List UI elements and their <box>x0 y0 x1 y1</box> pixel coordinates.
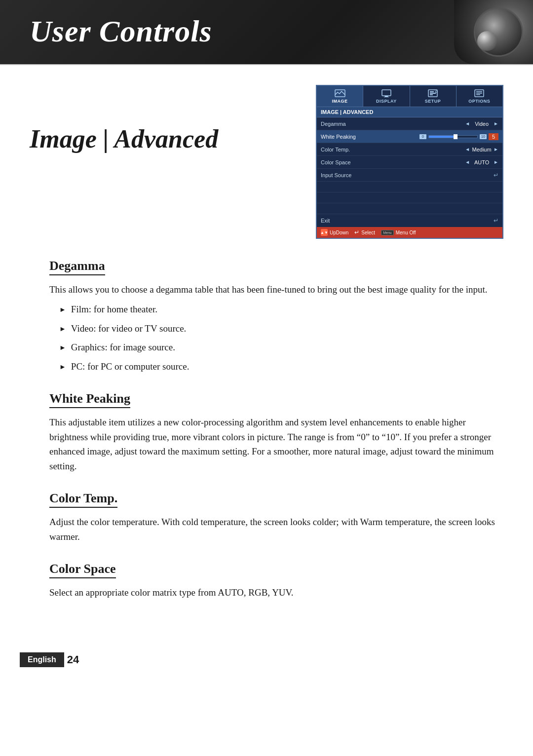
bullet-graphics: ► Graphics: for image source. <box>59 340 503 355</box>
bullet-arrow-video: ► <box>59 324 66 334</box>
section-subtitle: Image | Advanced <box>30 124 237 153</box>
osd-exit-row[interactable]: Exit ↵ <box>317 214 502 227</box>
wp-max-icon: 10 <box>480 134 487 139</box>
bullet-film: ► Film: for home theater. <box>59 302 503 317</box>
color-temp-value: Medium <box>472 147 492 152</box>
osd-tab-display[interactable]: DISPLAY <box>363 86 410 107</box>
lens-decoration <box>454 0 533 64</box>
osd-tab-options[interactable]: OPTIONS <box>457 86 502 107</box>
svg-rect-11 <box>476 93 482 94</box>
page-number: 24 <box>67 653 79 666</box>
svg-rect-6 <box>430 93 436 94</box>
bullet-text-film: Film: for home theater. <box>71 302 157 317</box>
select-label: Select <box>361 230 375 235</box>
select-enter-icon: ↵ <box>354 229 359 236</box>
bullet-text-pc: PC: for PC or computer source. <box>71 360 190 374</box>
language-badge: English <box>20 652 64 667</box>
osd-color-space-label: Color Space <box>321 159 370 165</box>
menu-icon: Menu <box>381 230 394 235</box>
color-space-arrow-right: ► <box>494 159 498 165</box>
display-tab-icon <box>381 89 392 98</box>
osd-footer-menu-off: Menu Menu Off <box>381 230 416 235</box>
osd-empty-row-2 <box>317 192 502 203</box>
svg-rect-5 <box>430 91 434 92</box>
svg-rect-10 <box>476 91 482 92</box>
degamma-section: Degamma This allows you to choose a dega… <box>30 259 503 374</box>
svg-rect-1 <box>382 90 391 96</box>
options-tab-label: OPTIONS <box>468 99 490 104</box>
degamma-arrow-left: ◄ <box>465 121 470 126</box>
osd-slider-fill <box>429 136 456 138</box>
osd-row-color-space[interactable]: Color Space ◄ AUTO ► <box>317 156 502 169</box>
degamma-heading: Degamma <box>49 259 105 275</box>
osd-row-input-source[interactable]: Input Source ↵ <box>317 169 502 182</box>
color-space-text: Select an appropriate color matrix type … <box>49 585 503 600</box>
osd-footer: ▲▼ UpDown ↵ Select Menu Menu Off <box>317 227 502 238</box>
osd-color-temp-control: ◄ Medium ► <box>370 147 498 152</box>
osd-exit-label: Exit <box>321 218 370 224</box>
osd-color-temp-label: Color Temp. <box>321 147 370 152</box>
osd-row-degamma[interactable]: Degamma ◄ Video ► <box>317 117 502 130</box>
osd-input-source-label: Input Source <box>321 172 370 178</box>
setup-tab-label: SETUP <box>425 99 441 104</box>
svg-rect-12 <box>476 94 480 95</box>
degamma-arrow-right: ► <box>494 121 498 126</box>
osd-menu: IMAGE DISPLAY <box>316 85 503 239</box>
lens-inner <box>474 7 523 57</box>
display-tab-label: DISPLAY <box>376 99 397 104</box>
color-space-heading: Color Space <box>49 562 116 578</box>
white-peaking-section: White Peaking This adjustable item utili… <box>30 391 503 473</box>
color-temp-arrow-right: ► <box>494 147 498 152</box>
bullet-arrow-film: ► <box>59 304 66 315</box>
osd-tab-setup[interactable]: SETUP <box>410 86 457 107</box>
osd-tabs: IMAGE DISPLAY <box>317 86 502 107</box>
image-tab-icon <box>334 89 346 98</box>
svg-rect-3 <box>384 97 389 97</box>
lens-center <box>477 31 497 51</box>
degamma-bullets: ► Film: for home theater. ► Video: for v… <box>59 302 503 374</box>
page-title: User Controls <box>30 14 212 49</box>
svg-rect-2 <box>385 96 388 97</box>
osd-submenu-title: IMAGE | ADVANCED <box>317 107 502 117</box>
white-peaking-text: This adjustable item utilizes a new colo… <box>49 415 503 473</box>
color-temp-arrow-left: ◄ <box>465 147 470 152</box>
bullet-pc: ► PC: for PC or computer source. <box>59 360 503 374</box>
bullet-text-graphics: Graphics: for image source. <box>71 340 175 355</box>
osd-slider-thumb <box>454 134 457 139</box>
color-temp-section: Color Temp. Adjust the color temperature… <box>30 491 503 544</box>
osd-empty-row-3 <box>317 203 502 214</box>
bullet-video: ► Video: for video or TV source. <box>59 322 503 336</box>
color-temp-heading: Color Temp. <box>49 491 117 508</box>
color-space-section: Color Space Select an appropriate color … <box>30 562 503 600</box>
options-tab-icon <box>473 89 485 98</box>
osd-footer-select: ↵ Select <box>354 229 375 236</box>
osd-tab-image[interactable]: IMAGE <box>317 86 363 107</box>
osd-slider[interactable] <box>428 135 478 138</box>
osd-empty-row-1 <box>317 182 502 192</box>
white-peaking-value: 5 <box>489 133 498 140</box>
degamma-value: Video <box>472 121 492 127</box>
main-content: Image | Advanced IMAGE <box>0 65 533 677</box>
wp-min-icon: 0 <box>419 134 426 139</box>
osd-row-white-peaking[interactable]: White Peaking 0 10 5 <box>317 130 502 143</box>
bullet-arrow-graphics: ► <box>59 342 66 353</box>
osd-row-color-temp[interactable]: Color Temp. ◄ Medium ► <box>317 143 502 156</box>
updown-icon: ▲▼ <box>321 229 328 236</box>
page-footer: English 24 <box>0 652 533 667</box>
menu-off-label: Menu Off <box>396 230 416 235</box>
updown-label: UpDown <box>330 230 348 235</box>
image-tab-label: IMAGE <box>332 99 348 104</box>
svg-rect-7 <box>430 94 433 95</box>
osd-color-space-control: ◄ AUTO ► <box>370 159 498 165</box>
bullet-text-video: Video: for video or TV source. <box>71 322 187 336</box>
color-space-value: AUTO <box>472 159 492 165</box>
osd-footer-updown: ▲▼ UpDown <box>321 229 348 236</box>
degamma-text: This allows you to choose a degamma tabl… <box>49 282 503 297</box>
color-temp-text: Adjust the color temperature. With cold … <box>49 515 503 544</box>
page-header: User Controls <box>0 0 533 64</box>
exit-enter-icon: ↵ <box>494 217 498 224</box>
osd-white-peaking-label: White Peaking <box>321 134 370 140</box>
input-source-enter-icon: ↵ <box>494 172 498 179</box>
top-section: Image | Advanced IMAGE <box>30 85 503 239</box>
white-peaking-heading: White Peaking <box>49 391 130 408</box>
